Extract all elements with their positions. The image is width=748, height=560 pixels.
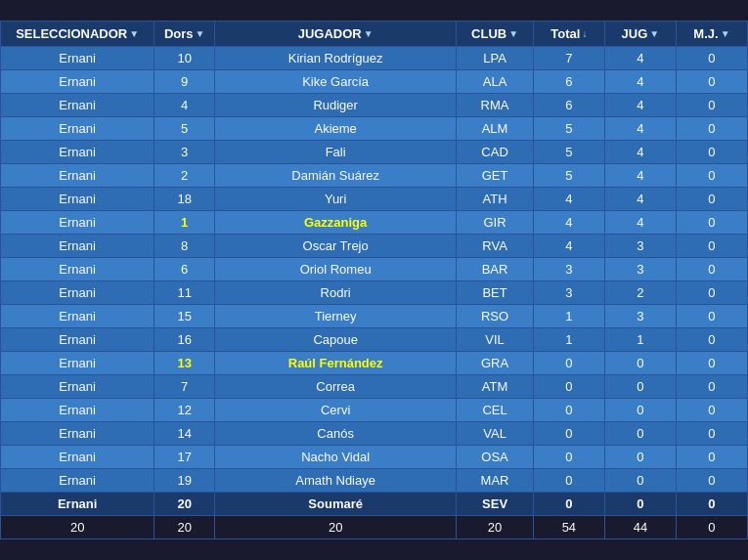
th-jugador[interactable]: JUGADOR ▼ (215, 22, 457, 47)
table-row: Ernani19Amath NdiayeMAR000 (1, 469, 748, 493)
cell-jugador: Oriol Romeu (215, 258, 457, 281)
cell-total: 4 (533, 235, 604, 258)
th-jug[interactable]: JUG ▼ (604, 22, 676, 47)
sort-icon-club[interactable]: ▼ (508, 28, 518, 39)
cell-jug: 4 (604, 164, 676, 188)
cell-seleccionador: Ernani (1, 188, 154, 211)
sort-icon-jug[interactable]: ▼ (649, 28, 659, 39)
table-row: Ernani14CanósVAL000 (1, 422, 748, 446)
cell-jugador: Rodri (215, 281, 457, 305)
cell-seleccionador: Ernani (1, 94, 154, 117)
footer-seleccionador: 20 (1, 516, 154, 539)
table-row: Ernani5AkiemeALM540 (1, 117, 748, 141)
sort-icon-seleccionador[interactable]: ▼ (129, 28, 139, 39)
sort-icon-dors[interactable]: ▼ (196, 28, 205, 39)
table-row: Ernani6Oriol RomeuBAR330 (1, 258, 748, 281)
table-row: Ernani9Kike GarcíaALA640 (1, 70, 748, 94)
cell-seleccionador: Ernani (1, 352, 154, 375)
sort-icon-mj[interactable]: ▼ (721, 28, 730, 39)
th-jugador-label: JUGADOR (298, 26, 362, 41)
cell-dors: 6 (154, 258, 215, 281)
cell-jugador: Capoue (215, 328, 457, 352)
cell-mj: 0 (676, 70, 747, 94)
cell-jugador: Amath Ndiaye (215, 469, 457, 493)
table-row: Ernani3FaliCAD540 (1, 141, 748, 164)
cell-mj: 0 (676, 141, 747, 164)
cell-dors: 17 (154, 446, 215, 469)
footer-mj: 0 (676, 516, 747, 539)
cell-dors: 2 (154, 164, 215, 188)
cell-total: 0 (533, 422, 604, 446)
cell-mj: 0 (676, 258, 747, 281)
cell-jugador: Fali (215, 141, 457, 164)
cell-mj: 0 (676, 469, 747, 493)
cell-jug: 0 (604, 469, 676, 493)
cell-dors: 4 (154, 94, 215, 117)
cell-mj: 0 (676, 94, 747, 117)
cell-jug: 4 (604, 141, 676, 164)
cell-mj: 0 (676, 493, 747, 516)
cell-dors: 8 (154, 235, 215, 258)
cell-mj: 0 (676, 446, 747, 469)
cell-jug: 0 (604, 399, 676, 422)
cell-dors: 18 (154, 188, 215, 211)
cell-total: 0 (533, 446, 604, 469)
cell-jug: 3 (604, 305, 676, 328)
cell-mj: 0 (676, 399, 747, 422)
sort-icon-jugador[interactable]: ▼ (364, 28, 374, 39)
table-row: Ernani4RudigerRMA640 (1, 94, 748, 117)
th-total[interactable]: Total ↓ (533, 22, 604, 47)
cell-club: ATH (457, 188, 534, 211)
cell-club: BAR (457, 258, 534, 281)
cell-jugador: Damián Suárez (215, 164, 457, 188)
th-mj[interactable]: M.J. ▼ (676, 22, 747, 47)
cell-club: GIR (457, 211, 534, 235)
cell-mj: 0 (676, 305, 747, 328)
main-table-container: SELECCIONADOR ▼ Dors ▼ JUGADOR ▼ (0, 21, 748, 539)
cell-club: OSA (457, 446, 534, 469)
table-row: Ernani15TierneyRSO130 (1, 305, 748, 328)
th-seleccionador-label: SELECCIONADOR (16, 26, 127, 41)
cell-jug: 0 (604, 446, 676, 469)
th-mj-label: M.J. (693, 26, 718, 41)
cell-dors: 5 (154, 117, 215, 141)
cell-dors: 3 (154, 141, 215, 164)
th-dors[interactable]: Dors ▼ (154, 22, 215, 47)
table-row: Ernani2Damián SuárezGET540 (1, 164, 748, 188)
cell-seleccionador: Ernani (1, 47, 154, 70)
cell-jug: 4 (604, 70, 676, 94)
header-row: SELECCIONADOR ▼ Dors ▼ JUGADOR ▼ (1, 22, 748, 47)
cell-seleccionador: Ernani (1, 328, 154, 352)
cell-mj: 0 (676, 328, 747, 352)
th-jug-label: JUG (622, 26, 648, 41)
cell-jug: 2 (604, 281, 676, 305)
cell-total: 0 (533, 493, 604, 516)
cell-total: 4 (533, 211, 604, 235)
cell-jugador: Tierney (215, 305, 457, 328)
cell-jugador: Soumaré (215, 493, 457, 516)
cell-total: 1 (533, 305, 604, 328)
cell-club: LPA (457, 47, 534, 70)
table-body: Ernani10Kirian RodríguezLPA740Ernani9Kik… (1, 47, 748, 516)
cell-dors: 16 (154, 328, 215, 352)
cell-seleccionador: Ernani (1, 141, 154, 164)
cell-jug: 0 (604, 422, 676, 446)
cell-jugador: Kike García (215, 70, 457, 94)
cell-total: 6 (533, 70, 604, 94)
cell-mj: 0 (676, 164, 747, 188)
cell-jugador: Yuri (215, 188, 457, 211)
cell-mj: 0 (676, 422, 747, 446)
cell-jugador: Nacho Vidal (215, 446, 457, 469)
th-total-label: Total (550, 26, 580, 41)
sort-icon-total[interactable]: ↓ (582, 28, 587, 39)
cell-club: ATM (457, 375, 534, 399)
cell-club: CEL (457, 399, 534, 422)
cell-total: 0 (533, 399, 604, 422)
th-club[interactable]: CLUB ▼ (457, 22, 534, 47)
cell-jug: 4 (604, 211, 676, 235)
cell-total: 0 (533, 352, 604, 375)
cell-total: 7 (533, 47, 604, 70)
th-seleccionador[interactable]: SELECCIONADOR ▼ (1, 22, 154, 47)
cell-dors: 13 (154, 352, 215, 375)
cell-jugador: Akieme (215, 117, 457, 141)
